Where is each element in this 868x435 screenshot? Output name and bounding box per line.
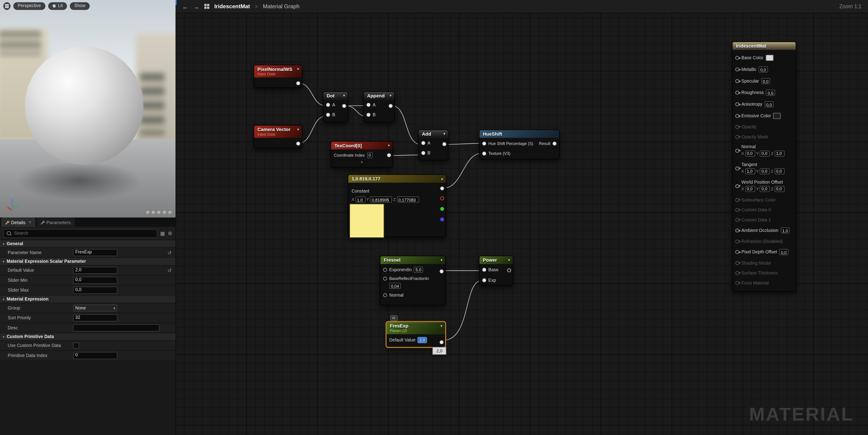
- tab-details[interactable]: Details ×: [1, 218, 35, 227]
- input-pin-icon[interactable]: [735, 229, 739, 232]
- vector-value-field[interactable]: 0,0: [774, 168, 784, 174]
- preview-shape-icon[interactable]: [168, 211, 172, 215]
- text-field[interactable]: 0,0: [73, 277, 117, 284]
- text-field[interactable]: [73, 324, 159, 331]
- material-graph-canvas[interactable]: PixelNormalWS ▾ Input Data Camera Vector…: [176, 0, 868, 435]
- vector-value-field[interactable]: 1,0: [745, 168, 755, 174]
- chevron-down-icon[interactable]: ▾: [440, 258, 442, 262]
- output-pin-r[interactable]: [440, 197, 444, 200]
- search-input[interactable]: [13, 230, 154, 236]
- input-pin-icon[interactable]: [735, 184, 739, 188]
- color-swatch[interactable]: [766, 55, 773, 61]
- input-pin-a[interactable]: [367, 103, 371, 107]
- node-header[interactable]: Power ▾: [479, 256, 513, 264]
- node-hueshift[interactable]: HueShift Hue Shift Percentage (S) Result…: [479, 129, 560, 159]
- node-pixelnormalws[interactable]: PixelNormalWS ▾ Input Data: [253, 65, 302, 88]
- node-header[interactable]: PixelNormalWS ▾ Input Data: [254, 65, 302, 77]
- node-header[interactable]: Camera Vector ▾ Input Data: [254, 126, 302, 138]
- text-field[interactable]: 0,0: [73, 287, 117, 294]
- input-pin[interactable]: [482, 152, 486, 155]
- reset-to-default-icon[interactable]: ↺: [167, 268, 174, 273]
- settings-gear-icon[interactable]: ⚙: [168, 231, 172, 236]
- input-pin-icon[interactable]: [735, 261, 739, 265]
- text-field[interactable]: 32: [73, 314, 117, 321]
- input-pin-icon[interactable]: [735, 56, 739, 60]
- vector-value-field[interactable]: 0,0: [760, 168, 770, 174]
- output-pin-g[interactable]: [440, 207, 444, 211]
- input-pin[interactable]: [383, 268, 387, 271]
- node-dot[interactable]: Dot ▾ A B: [323, 91, 348, 122]
- input-pin-icon[interactable]: [735, 208, 739, 212]
- node-texcoord[interactable]: TexCoord[0] ▾ Coordinate Index 0 ▾: [331, 141, 393, 168]
- input-pin-icon[interactable]: [735, 91, 739, 95]
- node-header[interactable]: Dot ▾: [323, 92, 348, 100]
- node-iridescentmat-result[interactable]: IridescentMat Base ColorMetallic0,0Specu…: [732, 41, 796, 292]
- node-header[interactable]: Add ▾: [418, 130, 448, 138]
- breadcrumb-root[interactable]: IridescentMat: [214, 3, 250, 10]
- input-pin-icon[interactable]: [735, 149, 739, 153]
- expand-node-arrow[interactable]: ▾: [331, 161, 393, 164]
- node-header[interactable]: 1,0.819,0.177 ▴: [348, 175, 446, 183]
- node-header[interactable]: TexCoord[0] ▾: [331, 141, 393, 149]
- default-value-field[interactable]: 2,0: [417, 337, 427, 343]
- input-pin-icon[interactable]: [735, 135, 739, 139]
- pin-value-field[interactable]: 0,0: [779, 249, 788, 255]
- x-value-field[interactable]: 1,0: [355, 197, 366, 203]
- input-pin-icon[interactable]: [735, 218, 739, 222]
- node-append[interactable]: Append ▾ A B: [363, 91, 395, 122]
- input-pin[interactable]: [383, 277, 387, 280]
- pin-value-field[interactable]: 1,0: [781, 227, 790, 234]
- vector-value-field[interactable]: 0,0: [774, 186, 784, 192]
- vector-value-field[interactable]: 1,0: [774, 150, 784, 157]
- pin-value-field[interactable]: 0,5: [766, 90, 775, 96]
- chevron-down-icon[interactable]: ▾: [440, 324, 442, 328]
- input-pin-icon[interactable]: [735, 79, 739, 83]
- output-pin-b[interactable]: [440, 218, 444, 222]
- chevron-down-icon[interactable]: ▾: [343, 94, 345, 98]
- input-pin-icon[interactable]: [735, 198, 739, 202]
- output-pin[interactable]: [342, 104, 346, 108]
- input-pin-exp[interactable]: [482, 278, 486, 282]
- vector-value-field[interactable]: 0,0: [745, 150, 755, 157]
- chevron-down-icon[interactable]: ▾: [297, 127, 299, 132]
- output-pin[interactable]: [389, 104, 393, 108]
- display-filter-icon[interactable]: ▦: [160, 231, 165, 236]
- input-pin-icon[interactable]: [735, 166, 739, 170]
- section-header[interactable]: ▾Custom Primitive Data: [0, 333, 176, 341]
- input-pin-icon[interactable]: [735, 102, 739, 106]
- section-header[interactable]: ▾General: [0, 240, 176, 248]
- coordinate-index-value[interactable]: 0: [367, 152, 373, 158]
- output-pin[interactable]: [296, 141, 300, 145]
- base-reflect-value-field[interactable]: 0,04: [389, 283, 401, 289]
- preview-shape-icon[interactable]: [146, 211, 150, 215]
- preview-shape-icon[interactable]: [152, 211, 156, 215]
- input-pin-icon[interactable]: [735, 67, 739, 71]
- node-fresnel[interactable]: Fresnel ▾ ExponentIn 5,0 BaseReflectFrac…: [380, 256, 446, 306]
- output-pin[interactable]: [507, 268, 511, 272]
- node-camera-vector[interactable]: Camera Vector ▾ Input Data: [253, 125, 302, 148]
- node-header[interactable]: FresExp ▾ Param (2): [386, 322, 445, 334]
- preview-shape-icon[interactable]: [157, 211, 161, 215]
- pin-value-field[interactable]: 0,0: [765, 101, 774, 107]
- text-field[interactable]: 0: [73, 352, 117, 359]
- pin-value-field[interactable]: 0,0: [758, 66, 768, 72]
- input-pin-b[interactable]: [326, 112, 330, 116]
- graph-layout-icon[interactable]: [204, 4, 209, 9]
- back-button[interactable]: ←: [182, 3, 188, 10]
- text-field[interactable]: 2,0: [73, 267, 117, 274]
- input-pin-icon[interactable]: [735, 114, 739, 118]
- node-header[interactable]: HueShift: [479, 130, 559, 138]
- reset-to-default-icon[interactable]: ↺: [167, 250, 174, 255]
- input-pin-a[interactable]: [326, 103, 330, 107]
- y-value-field[interactable]: 0,818905: [370, 197, 392, 203]
- node-fresexp[interactable]: FresExp ▾ Param (2) Default Value 2,0: [386, 322, 445, 348]
- chevron-down-icon[interactable]: ▾: [297, 67, 299, 71]
- chevron-down-icon[interactable]: ▾: [443, 132, 445, 136]
- output-pin[interactable]: [387, 153, 391, 157]
- output-pin[interactable]: [442, 142, 446, 146]
- input-pin-icon[interactable]: [735, 281, 739, 285]
- input-pin-b[interactable]: [367, 112, 371, 116]
- node-header[interactable]: Append ▾: [364, 92, 394, 100]
- input-pin[interactable]: [482, 141, 486, 145]
- checkbox[interactable]: [73, 343, 79, 349]
